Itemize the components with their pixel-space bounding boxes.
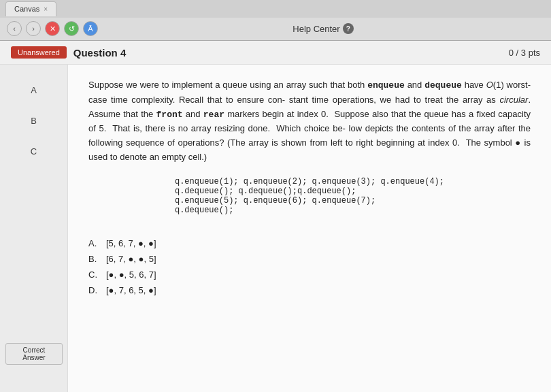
- answer-option-d[interactable]: D. [●, 7, 6, 5, ●]: [88, 285, 531, 295]
- question-title: Question 4: [73, 47, 127, 59]
- front-keyword: front: [156, 110, 183, 120]
- browser-tab[interactable]: Canvas ×: [5, 1, 56, 16]
- code-line-2: q.dequeue(); q.dequeue();q.dequeue();: [175, 186, 444, 196]
- back-button[interactable]: ‹: [7, 21, 22, 36]
- unanswered-badge: Unanswered: [11, 46, 67, 59]
- answer-label-d: D.: [88, 285, 102, 295]
- refresh-button[interactable]: ↺: [64, 21, 79, 36]
- help-icon: ?: [343, 23, 354, 34]
- page-content: Unanswered Question 4 0 / 3 pts A B C Co…: [0, 41, 551, 392]
- forward-button[interactable]: ›: [26, 21, 41, 36]
- browser-chrome: Canvas × ‹ › ✕ ↺ Ā Help Center ?: [0, 0, 551, 41]
- home-button[interactable]: Ā: [83, 21, 98, 36]
- code-line-4: q.dequeue();: [175, 206, 444, 215]
- correct-answer-button[interactable]: Correct Answer: [5, 343, 63, 365]
- answer-option-a[interactable]: A. [5, 6, 7, ●, ●]: [88, 238, 531, 248]
- left-sidebar: A B C Correct Answer: [0, 65, 68, 392]
- sidebar-letter-c: C: [31, 146, 37, 157]
- code-block: q.enqueue(1); q.enqueue(2); q.enqueue(3)…: [175, 177, 444, 215]
- question-header: Unanswered Question 4 0 / 3 pts: [0, 41, 551, 65]
- answer-option-b[interactable]: B. [6, 7, ●, ●, 5]: [88, 254, 531, 264]
- answer-text-a: [5, 6, 7, ●, ●]: [106, 238, 156, 248]
- rear-keyword: rear: [203, 110, 224, 120]
- answer-text-d: [●, 7, 6, 5, ●]: [106, 285, 156, 295]
- answer-label-b: B.: [88, 254, 102, 264]
- close-button[interactable]: ✕: [45, 21, 60, 36]
- answer-text-c: [●, ●, 5, 6, 7]: [106, 270, 156, 280]
- tab-close-icon[interactable]: ×: [44, 5, 48, 13]
- answer-text-b: [6, 7, ●, ●, 5]: [106, 254, 156, 264]
- question-text: Suppose we were to implement a queue usi…: [88, 78, 531, 165]
- pts-label: 0 / 3 pts: [509, 48, 540, 58]
- address-bar: Help Center ?: [102, 23, 544, 34]
- enqueue-keyword: enqueue: [367, 80, 405, 91]
- close-icon: ✕: [50, 24, 56, 33]
- answer-label-c: C.: [88, 270, 102, 280]
- tab-title: Canvas: [14, 5, 39, 13]
- tab-bar: Canvas ×: [0, 0, 551, 18]
- forward-icon: ›: [32, 24, 35, 33]
- sidebar-letter-b: B: [31, 116, 37, 126]
- main-layout: A B C Correct Answer Suppose we were to …: [0, 65, 551, 392]
- code-line-1: q.enqueue(1); q.enqueue(2); q.enqueue(3)…: [175, 177, 444, 186]
- refresh-icon: ↺: [69, 24, 75, 33]
- code-block-container: q.enqueue(1); q.enqueue(2); q.enqueue(3)…: [88, 177, 531, 227]
- answer-options: A. [5, 6, 7, ●, ●] B. [6, 7, ●, ●, 5] C.…: [88, 238, 531, 295]
- sidebar-letter-a: A: [31, 85, 37, 95]
- nav-bar: ‹ › ✕ ↺ Ā Help Center ?: [0, 18, 551, 40]
- address-text: Help Center: [293, 24, 339, 34]
- code-line-3: q.enqueue(5); q.enqueue(6); q.enqueue(7)…: [175, 196, 444, 206]
- answer-label-a: A.: [88, 238, 102, 248]
- dequeue-keyword: dequeue: [424, 80, 462, 91]
- back-icon: ‹: [13, 24, 16, 33]
- content-area: Suppose we were to implement a queue usi…: [68, 65, 551, 392]
- answer-option-c[interactable]: C. [●, ●, 5, 6, 7]: [88, 270, 531, 280]
- home-icon: Ā: [88, 24, 93, 33]
